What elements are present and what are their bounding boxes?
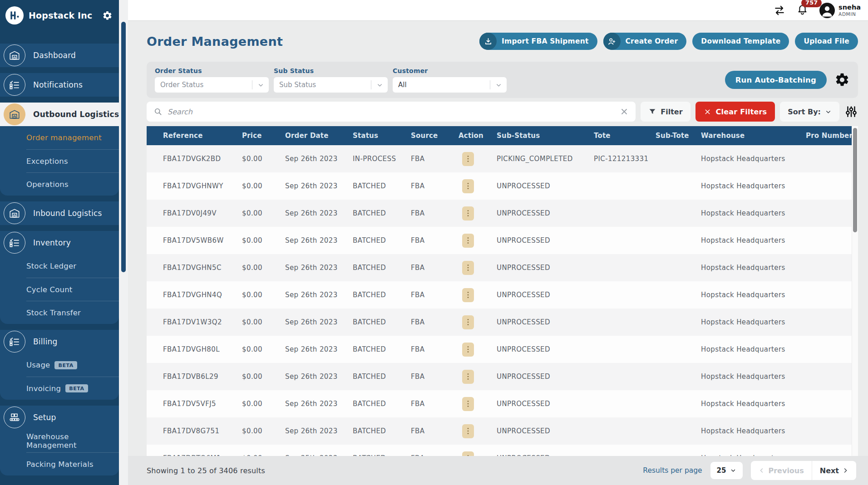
col-tote[interactable]: Tote: [594, 132, 656, 140]
sidebar-item-packing-materials[interactable]: Packing Materials: [26, 452, 119, 475]
cell-order-date: Sep 26th 2023: [285, 400, 353, 408]
filter-button[interactable]: Filter: [641, 102, 690, 122]
row-actions-button[interactable]: [462, 179, 474, 193]
table-row[interactable]: FBA17DV8G751 $0.00 Sep 26th 2023 BATCHED…: [147, 417, 858, 445]
col-status[interactable]: Status: [353, 132, 411, 140]
cell-source: FBA: [411, 209, 459, 217]
sort-by-button[interactable]: Sort By:: [780, 102, 839, 122]
cell-order-date: Sep 26th 2023: [285, 182, 353, 190]
sidebar-item-exceptions[interactable]: Exceptions: [26, 149, 119, 172]
chevron-left-icon: [759, 467, 765, 474]
sidebar-item-inbound-logistics[interactable]: Inbound Logistics: [0, 201, 119, 225]
col-pro-number[interactable]: Pro Number: [806, 132, 858, 140]
sidebar-item-invoicing[interactable]: Invoicing BETA: [26, 377, 119, 400]
sidebar-item-stock-ledger[interactable]: Stock Ledger: [0, 255, 119, 278]
cell-sub-status: UNPROCESSED: [497, 318, 594, 326]
sidebar-item-usage[interactable]: Usage BETA: [0, 353, 119, 377]
previous-page-button[interactable]: Previous: [751, 461, 811, 480]
row-actions-button[interactable]: [462, 370, 474, 384]
download-template-button[interactable]: Download Template: [692, 33, 789, 50]
table-row[interactable]: FBA17DV5WB6W $0.00 Sep 26th 2023 BATCHED…: [147, 227, 858, 254]
create-order-button[interactable]: Create Order: [603, 33, 687, 50]
import-fba-shipment-button[interactable]: Import FBA Shipment: [479, 33, 597, 50]
page-size-select[interactable]: 25: [710, 462, 743, 479]
cell-order-date: Sep 26th 2023: [285, 236, 353, 245]
table-row[interactable]: FBA17DV5VFJ5 $0.00 Sep 26th 2023 BATCHED…: [147, 390, 858, 417]
cell-price: $0.00: [242, 182, 285, 190]
table-row[interactable]: FBA17DVGHN4Q $0.00 Sep 26th 2023 BATCHED…: [147, 281, 858, 309]
row-actions-button[interactable]: [462, 206, 474, 220]
swap-arrows-icon[interactable]: [774, 5, 785, 16]
table-row[interactable]: FBA17DVGHN5C $0.00 Sep 26th 2023 BATCHED…: [147, 254, 858, 281]
row-actions-button[interactable]: [462, 424, 474, 438]
cell-warehouse: Hopstack Headquarters: [701, 291, 806, 299]
row-actions-button[interactable]: [462, 152, 474, 166]
sidebar-settings-gear-icon[interactable]: [102, 10, 113, 21]
table-row[interactable]: FBA17DV0J49V $0.00 Sep 26th 2023 BATCHED…: [147, 200, 858, 227]
table-row[interactable]: FBA17DVGK2BD $0.00 Sep 26th 2023 IN-PROC…: [147, 145, 858, 172]
table-row[interactable]: FBA17DVGHNWY $0.00 Sep 26th 2023 BATCHED…: [147, 172, 858, 200]
row-actions-button[interactable]: [462, 451, 474, 456]
sub-status-select[interactable]: Sub Status: [274, 77, 388, 93]
sidebar-item-outbound-logistics[interactable]: Outbound Logistics: [0, 103, 119, 126]
col-order-date[interactable]: Order Date: [285, 132, 353, 140]
col-source[interactable]: Source: [411, 132, 459, 140]
col-action[interactable]: Action: [459, 132, 497, 140]
next-page-button[interactable]: Next: [812, 461, 856, 480]
cell-sub-status: UNPROCESSED: [497, 427, 594, 435]
row-actions-button[interactable]: [462, 397, 474, 411]
sidebar-item-inventory[interactable]: Inventory: [0, 231, 119, 255]
user-menu[interactable]: sneha ADMIN: [819, 3, 861, 18]
vertical-dots-icon: [466, 344, 470, 354]
cell-reference: FBA17DV8G751: [147, 427, 242, 435]
sidebar-item-notifications[interactable]: Notifications: [0, 73, 119, 97]
col-price[interactable]: Price: [242, 132, 285, 140]
vertical-dots-icon: [466, 399, 470, 409]
run-auto-batching-button[interactable]: Run Auto-Batching: [725, 71, 827, 89]
sidebar-item-billing[interactable]: Billing: [0, 330, 119, 353]
row-actions-button[interactable]: [462, 261, 474, 275]
sidebar-item-operations[interactable]: Operations: [26, 172, 119, 196]
sidebar-item-warehouse-management[interactable]: Warehouse Management: [0, 429, 119, 452]
table-scrollbar[interactable]: [852, 126, 858, 456]
customer-field: Customer All: [393, 67, 507, 93]
col-sub-status[interactable]: Sub-Status: [497, 132, 594, 140]
cell-reference: FBA17DV5VFJ5: [147, 400, 242, 408]
sidebar-item-order-management[interactable]: Order management: [0, 126, 119, 149]
row-actions-button[interactable]: [462, 288, 474, 302]
col-warehouse[interactable]: Warehouse: [701, 132, 806, 140]
sidebar-item-setup[interactable]: Setup: [0, 406, 119, 429]
cell-status: BATCHED: [353, 209, 411, 217]
cell-sub-status: UNPROCESSED: [497, 209, 594, 217]
batching-settings-gear-icon[interactable]: [834, 72, 850, 88]
row-actions-button[interactable]: [462, 234, 474, 248]
row-actions-button[interactable]: [462, 315, 474, 329]
upload-file-button[interactable]: Upload File: [795, 33, 858, 50]
chevron-down-icon: [825, 108, 832, 115]
cell-price: $0.00: [242, 427, 285, 435]
order-status-select[interactable]: Order Status: [155, 77, 269, 93]
table-row[interactable]: FBA17DV1W3Q2 $0.00 Sep 26th 2023 BATCHED…: [147, 309, 858, 336]
search-input[interactable]: [168, 108, 615, 116]
advanced-filters-sliders-icon[interactable]: [844, 105, 858, 118]
table-row[interactable]: FBA17DVB6L29 $0.00 Sep 26th 2023 BATCHED…: [147, 363, 858, 390]
row-actions-button[interactable]: [462, 343, 474, 357]
sidebar-item-dashboard[interactable]: Dashboard: [0, 44, 119, 67]
col-reference[interactable]: Reference: [147, 132, 242, 140]
table-row[interactable]: FBA17DBTO6M1 $0.00 Sep 25th 2023 BATCHED…: [147, 445, 858, 456]
clear-search-icon[interactable]: [620, 107, 629, 116]
customer-select[interactable]: All: [393, 77, 507, 93]
table-scrollbar-thumb[interactable]: [853, 128, 857, 232]
cell-price: $0.00: [242, 372, 285, 381]
clear-filters-button[interactable]: Clear Filters: [695, 102, 775, 122]
hopstack-logo-icon: [5, 6, 24, 24]
cell-warehouse: Hopstack Headquarters: [701, 400, 806, 408]
sidebar-scrollbar-thumb[interactable]: [121, 22, 126, 272]
cell-source: FBA: [411, 400, 459, 408]
sidebar-item-stock-transfer[interactable]: Stock Transfer: [26, 301, 119, 324]
table-row[interactable]: FBA17DVGH80L $0.00 Sep 26th 2023 BATCHED…: [147, 336, 858, 363]
sidebar-item-cycle-count[interactable]: Cycle Count: [26, 278, 119, 301]
notifications-bell[interactable]: 757: [796, 3, 809, 17]
sidebar-scrollbar[interactable]: [119, 0, 128, 485]
col-sub-tote[interactable]: Sub-Tote: [656, 132, 701, 140]
